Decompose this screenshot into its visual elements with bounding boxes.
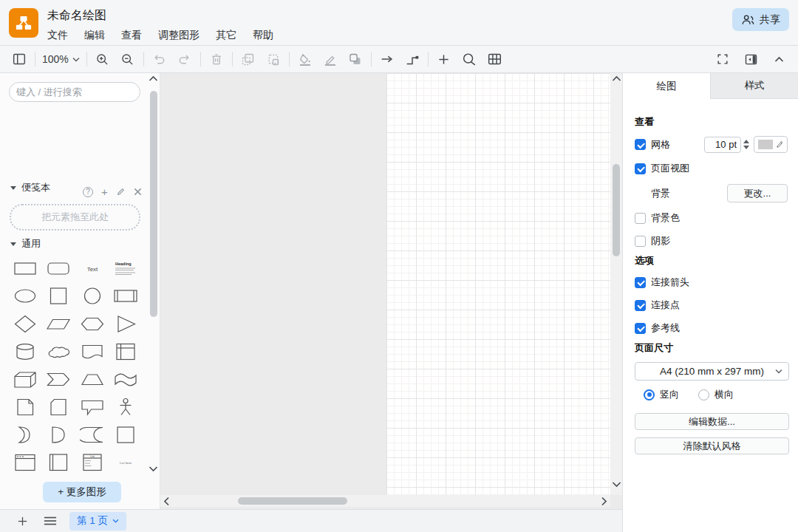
horizontal-scrollbar-thumb[interactable] xyxy=(238,497,347,505)
shape-card[interactable] xyxy=(42,394,76,422)
shape-actor[interactable] xyxy=(109,394,143,422)
scratchpad-edit-icon[interactable] xyxy=(116,187,126,197)
freehand-icon[interactable] xyxy=(460,50,478,68)
shape-cloud[interactable] xyxy=(42,338,76,366)
section-general[interactable]: 通用 xyxy=(10,237,41,250)
scratchpad-add-icon[interactable]: + xyxy=(101,185,108,198)
insert-plus-icon[interactable] xyxy=(435,50,453,68)
scratchpad-help-icon[interactable]: ? xyxy=(83,187,93,197)
scroll-right-icon[interactable] xyxy=(601,497,607,506)
shadow-icon[interactable] xyxy=(347,50,364,68)
shape-step[interactable] xyxy=(42,366,76,394)
grid-size-input[interactable] xyxy=(704,137,741,153)
background-color-checkbox[interactable] xyxy=(635,213,646,224)
shape-or[interactable] xyxy=(8,421,42,449)
clear-default-style-button[interactable]: 清除默认风格 xyxy=(635,437,789,454)
sidebar-scrollbar-thumb[interactable] xyxy=(150,91,157,317)
shape-arrow[interactable] xyxy=(75,477,109,478)
edit-data-button[interactable]: 编辑数据... xyxy=(635,413,789,430)
portrait-radio-option[interactable]: 竖向 xyxy=(644,388,679,401)
zoom-out-icon[interactable] xyxy=(119,50,137,68)
scratchpad-header[interactable]: 便笺本 xyxy=(10,181,50,194)
tab-diagram[interactable]: 绘图 xyxy=(623,73,711,99)
shape-heading[interactable]: Heading xyxy=(109,255,143,283)
menu-file[interactable]: 文件 xyxy=(47,29,68,42)
shape-container[interactable] xyxy=(109,421,143,449)
menu-help[interactable]: 帮助 xyxy=(253,29,273,42)
scroll-left-icon[interactable] xyxy=(163,497,170,506)
add-page-icon[interactable] xyxy=(13,512,31,530)
shape-diamond[interactable] xyxy=(8,310,42,338)
shape-square[interactable] xyxy=(42,283,76,311)
canvas-page[interactable] xyxy=(386,73,622,495)
shape-internal-storage[interactable] xyxy=(109,338,143,366)
sidebar-scroll-down-icon[interactable] xyxy=(149,466,158,472)
scratchpad-dropzone[interactable]: 把元素拖至此处 xyxy=(10,204,140,231)
undo-icon[interactable] xyxy=(151,50,168,68)
shape-parallelogram[interactable] xyxy=(42,310,76,338)
shape-ellipse[interactable] xyxy=(8,283,42,311)
table-icon[interactable] xyxy=(485,50,503,68)
vertical-scrollbar-thumb[interactable] xyxy=(613,164,620,256)
to-front-icon[interactable] xyxy=(239,50,257,68)
fullscreen-icon[interactable] xyxy=(714,50,732,68)
format-panel-toggle-icon[interactable] xyxy=(742,50,760,68)
redo-icon[interactable] xyxy=(176,50,194,68)
page-tab-1[interactable]: 第 1 页 xyxy=(69,512,126,531)
portrait-radio[interactable] xyxy=(644,389,655,400)
scroll-up-icon[interactable] xyxy=(612,75,621,82)
delete-icon[interactable] xyxy=(208,50,225,68)
change-background-button[interactable]: 更改... xyxy=(727,184,788,202)
zoom-dropdown[interactable]: 100% xyxy=(42,53,80,65)
grid-size-stepper[interactable] xyxy=(743,140,749,149)
grid-color-button[interactable] xyxy=(754,136,788,153)
guides-checkbox[interactable] xyxy=(635,323,646,334)
scratchpad-close-icon[interactable] xyxy=(134,188,142,196)
fill-color-icon[interactable] xyxy=(296,50,314,68)
shape-note[interactable] xyxy=(8,394,42,422)
sidebar-toggle-icon[interactable] xyxy=(10,50,28,68)
drawing-canvas[interactable] xyxy=(160,73,622,509)
document-title[interactable]: 未命名绘图 xyxy=(47,8,106,24)
landscape-radio-option[interactable]: 横向 xyxy=(698,388,734,401)
shape-and[interactable] xyxy=(42,421,76,449)
shape-callout[interactable] xyxy=(75,394,109,422)
horizontal-scrollbar[interactable] xyxy=(160,495,610,507)
shape-process[interactable] xyxy=(109,283,143,311)
line-color-icon[interactable] xyxy=(321,50,339,68)
collapse-toolbar-icon[interactable] xyxy=(770,50,788,68)
grid-checkbox[interactable] xyxy=(635,139,646,150)
shape-vertical-container[interactable] xyxy=(42,449,76,477)
menu-extras[interactable]: 其它 xyxy=(216,29,236,42)
zoom-in-icon[interactable] xyxy=(94,50,112,68)
to-back-icon[interactable] xyxy=(265,50,282,68)
shape-cylinder[interactable] xyxy=(8,338,42,366)
search-input[interactable] xyxy=(16,86,146,98)
scroll-down-icon[interactable] xyxy=(612,481,621,488)
connector-icon[interactable] xyxy=(403,50,421,68)
shape-triangle[interactable] xyxy=(109,310,143,338)
shape-bidirectional-arrow[interactable] xyxy=(42,477,76,478)
shape-document[interactable] xyxy=(75,338,109,366)
shape-text[interactable]: Text xyxy=(75,255,109,283)
page-view-checkbox[interactable] xyxy=(635,163,646,174)
connection-arrows-checkbox[interactable] xyxy=(635,277,646,288)
more-shapes-button[interactable]: + 更多图形 xyxy=(43,482,121,502)
tab-style[interactable]: 样式 xyxy=(711,73,798,99)
shape-tape[interactable] xyxy=(109,366,143,394)
shape-dashed-line[interactable] xyxy=(109,477,143,478)
shape-data-storage[interactable] xyxy=(75,421,109,449)
shape-list-item[interactable]: List Item xyxy=(109,449,143,477)
shadow-checkbox[interactable] xyxy=(635,236,646,247)
share-button[interactable]: 共享 xyxy=(732,8,789,31)
shape-cube[interactable] xyxy=(8,366,42,394)
shape-rectangle[interactable] xyxy=(8,255,42,283)
shape-hexagon[interactable] xyxy=(75,310,109,338)
pages-menu-icon[interactable] xyxy=(41,512,59,530)
vertical-scrollbar[interactable] xyxy=(610,73,622,495)
shape-search-box[interactable] xyxy=(9,82,140,102)
shape-rounded-rectangle[interactable] xyxy=(42,255,76,283)
arrow-icon[interactable] xyxy=(378,50,396,68)
landscape-radio[interactable] xyxy=(698,389,709,400)
menu-edit[interactable]: 编辑 xyxy=(84,29,105,42)
